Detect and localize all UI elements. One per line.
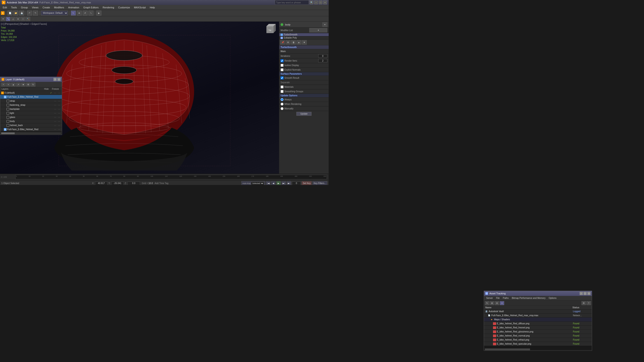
search-input[interactable] [275, 0, 309, 5]
menu-item-views[interactable]: Views [30, 6, 40, 9]
layers-select-button[interactable]: ↗ [16, 82, 20, 87]
manually-radio[interactable] [280, 107, 284, 110]
layers-move-button[interactable]: ▲ [11, 82, 16, 87]
layer-item-backplate[interactable]: backplate — — [0, 107, 62, 111]
menu-item-create[interactable]: Create [41, 6, 52, 9]
layers-scrollthumb[interactable] [1, 132, 15, 134]
layers-close-button[interactable]: × [57, 78, 60, 81]
move-button[interactable]: ⊕ [77, 10, 82, 15]
materials-checkbox[interactable] [280, 85, 284, 88]
explicit-normals-checkbox[interactable] [280, 68, 284, 71]
titlebar-left: 3 Autodesk 3ds Max 2014 x64 Full-Face_E-… [2, 1, 91, 4]
z-input[interactable] [128, 182, 140, 185]
layer-item-helmet[interactable]: ▣ Full-Face_E-Bike_Helmet_Red — — [0, 95, 62, 99]
timeline-track[interactable]: 0 10 20 30 40 50 60 70 80 90 100 110 120… [15, 175, 327, 179]
undo-button[interactable]: ↶ [27, 10, 32, 15]
rotate-button[interactable]: ↺ [82, 10, 88, 15]
search-icon[interactable]: 🔍 [310, 1, 313, 4]
set-key-button[interactable]: Set Key [302, 181, 312, 185]
add-time-tag[interactable]: Add Time Tag [154, 182, 168, 184]
minimize-button[interactable]: − [314, 1, 318, 4]
display-tab[interactable]: □ [21, 17, 25, 21]
create-tab[interactable]: ✦ [1, 17, 6, 21]
save-button[interactable]: 💾 [19, 10, 24, 15]
move-down-button[interactable]: ▼ [302, 40, 307, 45]
isoline-checkbox[interactable] [280, 64, 284, 67]
menu-item-rendering[interactable]: Rendering [101, 6, 116, 9]
redo-button[interactable]: ↷ [33, 10, 38, 15]
go-end-button[interactable]: ▶| [287, 181, 291, 185]
layer-item-fastening-strap[interactable]: fastening_strap — — [0, 103, 62, 107]
configure-button[interactable]: ⚙ [286, 40, 290, 45]
layers-refresh-button[interactable]: ↻ [31, 82, 36, 87]
layer-item-body[interactable]: body — — [0, 119, 62, 123]
layer-item-fullface[interactable]: ▣ Full-Face_E-Bike_Helmet_Red — — [0, 127, 62, 131]
move-up-button[interactable]: ▲ [296, 40, 301, 45]
menu-item-group[interactable]: Group [19, 6, 30, 9]
select-button[interactable]: ↖ [71, 10, 76, 15]
layers-scrollbar[interactable] [1, 132, 61, 134]
key-filters-button[interactable]: Key Filters... [312, 181, 327, 185]
turbosmooth-title[interactable]: TurboSmooth [279, 45, 329, 49]
hierarchy-tab[interactable]: △ [11, 17, 15, 21]
layer-controls-helmet: — — [53, 96, 61, 98]
layers-new-button[interactable]: + [1, 82, 6, 87]
update-button[interactable]: Update [296, 112, 311, 116]
modifier-list-button[interactable]: ▾ [309, 28, 327, 32]
layers-help-button[interactable]: ? [54, 78, 57, 81]
menu-item-maxscript[interactable]: MAXScript [132, 6, 148, 9]
delete-modifier-button[interactable]: 🗑 [291, 40, 296, 45]
autokey-select[interactable]: Selected [251, 182, 264, 185]
render-iters-checkbox[interactable] [280, 59, 284, 62]
smooth-result-checkbox[interactable] [280, 76, 284, 79]
menu-item-modifiers[interactable]: Modifiers [52, 6, 66, 9]
current-frame-input[interactable] [292, 181, 301, 185]
open-button[interactable]: 📂 [13, 10, 18, 15]
render-button[interactable]: ▶ [96, 10, 101, 15]
always-radio[interactable] [280, 98, 284, 101]
render-iters-input[interactable] [318, 59, 327, 62]
go-start-button[interactable]: |◀ [266, 181, 270, 185]
iterations-input[interactable] [318, 54, 327, 58]
object-color-swatch[interactable] [280, 23, 283, 26]
menu-item-animation[interactable]: Animation [66, 6, 81, 9]
maximize-button[interactable]: □ [319, 1, 322, 4]
layers-delete-button[interactable]: × [6, 82, 10, 87]
x-input[interactable] [95, 182, 108, 185]
modifier-options-button[interactable]: ▾ [322, 22, 327, 27]
layer-item-light[interactable]: light — — [0, 111, 62, 115]
layer-item-helmet-back[interactable]: helmet_back — — [0, 123, 62, 127]
scale-button[interactable]: ⤡ [88, 10, 94, 15]
layer-item-glass[interactable]: glass — — [0, 115, 62, 119]
surface-params-title[interactable]: Surface Parameters [279, 72, 329, 76]
pin-button[interactable]: 📌 [280, 40, 285, 45]
nav-cube[interactable]: Top [264, 24, 277, 36]
modify-tab[interactable]: 🔧 [6, 17, 10, 21]
new-button[interactable]: 📄 [8, 10, 12, 15]
close-button[interactable]: × [323, 1, 327, 4]
layer-item-default[interactable]: L 0 (default) ✓ — — [0, 91, 62, 95]
utilities-tab[interactable]: 🔨 [26, 17, 30, 21]
play-button[interactable]: ▶ [276, 181, 281, 185]
modifier-editable-poly[interactable]: Editable Poly [279, 36, 329, 39]
motion-tab[interactable]: ● [16, 17, 20, 21]
layers-panel-titlebar[interactable]: L Layer: 0 (default) ? × [0, 77, 62, 82]
smoothing-groups-checkbox[interactable] [280, 90, 284, 93]
next-frame-button[interactable]: ▶| [282, 181, 286, 185]
titlebar-controls[interactable]: 🔍 − □ × [275, 0, 327, 5]
menu-item-help[interactable]: Help [148, 6, 157, 9]
menu-item-tools[interactable]: Tools [9, 6, 19, 9]
update-options-title[interactable]: Update Options [279, 94, 329, 97]
layers-highlight-button[interactable]: ★ [21, 82, 26, 87]
y-input[interactable] [111, 182, 124, 185]
when-rendering-radio[interactable] [280, 103, 284, 106]
layers-settings-button[interactable]: ⚙ [26, 82, 30, 87]
layer-item-strap[interactable]: strap — — [0, 99, 62, 103]
modifier-turbosmooth[interactable]: TurboSmooth [279, 33, 329, 36]
menu-item-graph-editors[interactable]: Graph Editors [82, 6, 100, 9]
menu-item-edit[interactable]: Edit [1, 6, 9, 9]
menu-item-customize[interactable]: Customize [116, 6, 132, 9]
sep5 [95, 11, 95, 15]
prev-frame-button[interactable]: ◀ [271, 181, 276, 185]
workspace-select[interactable]: Workspace: Default [41, 11, 68, 15]
